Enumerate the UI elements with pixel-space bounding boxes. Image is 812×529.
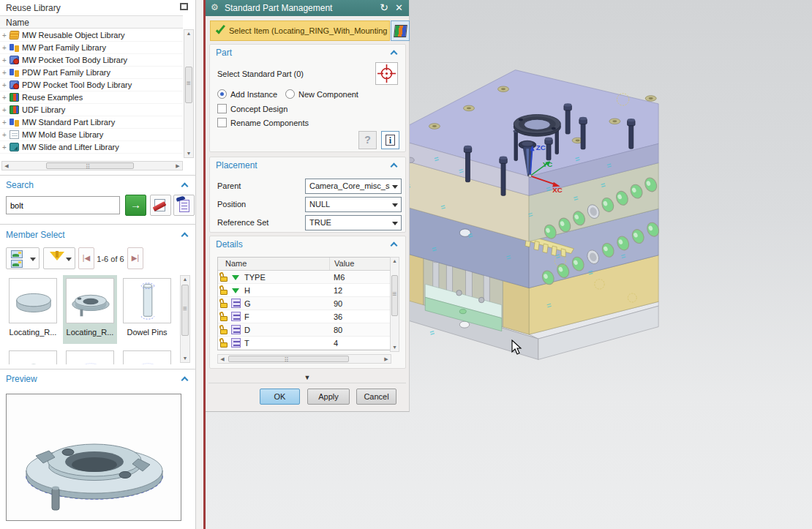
search-input[interactable] — [6, 196, 120, 214]
position-dropdown[interactable]: NULL — [305, 197, 402, 212]
expression-icon[interactable] — [231, 325, 241, 334]
tree-item[interactable]: +UDF Library — [0, 104, 183, 116]
close-dialog-icon[interactable]: ✕ — [395, 2, 403, 13]
expand-icon[interactable]: + — [0, 91, 9, 104]
collapse-placement-icon[interactable] — [391, 163, 398, 170]
tree-horizontal-scrollbar[interactable]: ◀ ▶ — [1, 161, 183, 170]
collapse-part-icon[interactable] — [391, 50, 398, 58]
parent-dropdown[interactable]: Camera_Core_misc_si — [305, 179, 402, 194]
expand-icon[interactable]: + — [0, 116, 9, 129]
rename-components-checkbox[interactable] — [217, 118, 227, 127]
tree-item[interactable]: +MW Reusable Object Library — [0, 29, 183, 42]
thumbnail-label: Locating_R... — [6, 328, 60, 337]
tree-item[interactable]: +MW Mold Base Library — [0, 129, 183, 141]
parameter-value[interactable]: 12 — [329, 284, 391, 296]
undock-panel-icon[interactable] — [180, 3, 188, 10]
tree-item[interactable]: +MW Pocket Tool Body Library — [0, 54, 183, 67]
partfam-library-icon — [10, 118, 19, 127]
parameter-value[interactable]: 90 — [329, 297, 391, 309]
pager-previous-button[interactable]: |◀ — [78, 247, 94, 269]
detail-row[interactable]: TYPEM6 — [218, 271, 391, 284]
tree-item[interactable]: +Reuse Examples — [0, 91, 183, 104]
concept-design-checkbox[interactable] — [217, 104, 227, 113]
ok-button[interactable]: OK — [260, 389, 300, 405]
tree-item[interactable]: +PDW Pocket Tool Body Library — [0, 79, 183, 91]
expand-icon[interactable]: + — [0, 79, 9, 91]
details-group: Details Name Value TYPEM6H12G90F36D80T4 … — [209, 236, 406, 369]
expression-icon[interactable] — [231, 312, 241, 321]
search-options-button[interactable] — [173, 195, 195, 216]
detail-row[interactable]: G90 — [218, 297, 391, 310]
dialog-rail[interactable] — [203, 0, 206, 529]
parameter-value[interactable]: 80 — [329, 323, 391, 336]
tree-item[interactable]: +MW Slide and Lifter Library — [0, 141, 183, 154]
collapse-search-icon[interactable] — [181, 183, 189, 190]
gear-icon: ⚙ — [211, 2, 219, 12]
collapse-dialog-arrow[interactable]: ▼ — [206, 374, 409, 381]
ring-thumbnail-image — [66, 278, 114, 323]
expand-icon[interactable]: + — [0, 42, 9, 54]
details-horizontal-scrollbar[interactable]: ◀ ▶ — [217, 354, 391, 364]
partfam-library-icon — [10, 43, 19, 52]
parameter-value[interactable]: M6 — [329, 271, 391, 283]
collapse-details-icon[interactable] — [391, 242, 398, 250]
collapse-member-select-icon[interactable] — [181, 233, 189, 240]
detail-row[interactable]: F36 — [218, 310, 391, 323]
parameter-value[interactable]: 36 — [329, 310, 391, 323]
cancel-button[interactable]: Cancel — [356, 389, 396, 405]
details-table-header: Name Value — [218, 258, 391, 271]
mouse-cursor — [511, 339, 523, 356]
filter-funnel-icon — [50, 252, 64, 260]
reference-set-dropdown[interactable]: TRUE — [305, 215, 402, 230]
select-part-button[interactable] — [375, 62, 398, 85]
expand-icon[interactable]: + — [0, 54, 9, 67]
thumbnail-partial[interactable] — [6, 348, 60, 364]
search-go-button[interactable]: → — [125, 195, 146, 216]
help-button[interactable]: ? — [358, 131, 377, 149]
tree-item[interactable]: +PDW Part Family Library — [0, 67, 183, 79]
tree-vertical-scrollbar[interactable]: ▲ ▼ — [184, 29, 194, 158]
reuse-library-button[interactable] — [391, 20, 410, 41]
dialog-title: Standard Part Management — [225, 3, 332, 13]
apply-button[interactable]: Apply — [307, 389, 350, 405]
thumbnail-partial[interactable] — [120, 348, 174, 364]
tree-item[interactable]: +MW Standard Part Library — [0, 116, 183, 129]
expression-icon[interactable] — [231, 338, 241, 348]
thumbnail-Dowel Pins[interactable]: Dowel Pins — [120, 275, 174, 344]
dialog-titlebar[interactable]: ⚙ Standard Part Management ↻ ✕ — [206, 0, 409, 16]
clear-search-button[interactable] — [150, 195, 171, 216]
reset-dialog-icon[interactable]: ↻ — [380, 1, 388, 13]
member-select-title: Member Select — [6, 230, 65, 240]
view-mode-dropdown[interactable] — [6, 247, 40, 269]
add-instance-radio[interactable] — [217, 89, 227, 99]
parameter-name: D — [244, 323, 329, 336]
details-rows: TYPEM6H12G90F36D80T4 — [218, 271, 391, 350]
thumbs-vertical-scrollbar[interactable]: ▲ ▼ — [180, 275, 190, 363]
collapse-preview-icon[interactable] — [181, 377, 189, 384]
details-vertical-scrollbar[interactable]: ▲ ▼ — [390, 257, 399, 352]
thumbnail-partial[interactable] — [63, 348, 117, 364]
separator — [0, 175, 196, 176]
detail-row[interactable]: D80 — [218, 323, 391, 337]
expand-icon[interactable]: + — [0, 29, 9, 42]
information-button[interactable]: i — [381, 131, 399, 149]
detail-row[interactable]: T4 — [218, 337, 391, 350]
new-component-radio[interactable] — [285, 89, 295, 99]
expression-icon[interactable] — [231, 299, 241, 308]
value-list-icon[interactable] — [232, 288, 239, 293]
filter-dropdown[interactable] — [43, 247, 75, 269]
expand-icon[interactable]: + — [0, 141, 9, 154]
parameter-value[interactable]: 4 — [329, 337, 391, 349]
part-group: Part Select Standard Part (0) Add Instan… — [209, 44, 406, 152]
expand-icon[interactable]: + — [0, 129, 9, 141]
value-list-icon[interactable] — [232, 275, 239, 280]
select-item-bar[interactable]: Select Item (Locating_RING_With_Mounting — [210, 20, 390, 41]
expand-icon[interactable]: + — [0, 104, 9, 116]
thumbnail-Locating_R...[interactable]: Locating_R... — [63, 275, 117, 344]
tree-item[interactable]: +MW Part Family Library — [0, 42, 183, 54]
expand-icon[interactable]: + — [0, 67, 9, 79]
detail-row[interactable]: H12 — [218, 284, 391, 297]
pager-next-button[interactable]: ▶| — [127, 247, 143, 269]
thumbnail-Locating_R...[interactable]: Locating_R... — [6, 275, 60, 344]
member-thumbnails: Locating_R...Locating_R...Dowel Pins — [3, 275, 178, 364]
